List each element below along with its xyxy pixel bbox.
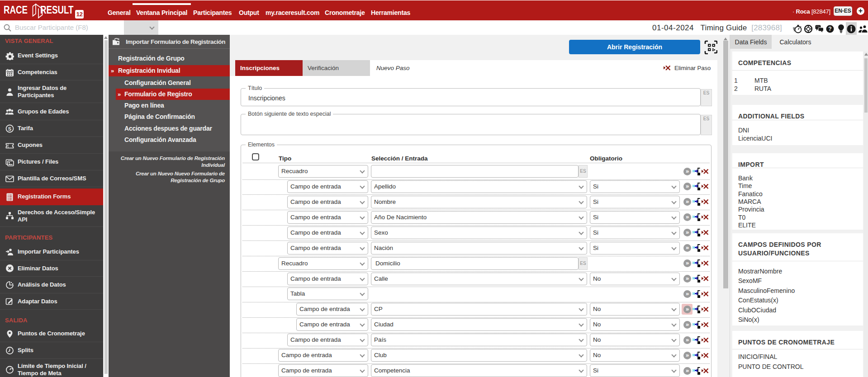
- svg-text:?: ?: [828, 26, 831, 32]
